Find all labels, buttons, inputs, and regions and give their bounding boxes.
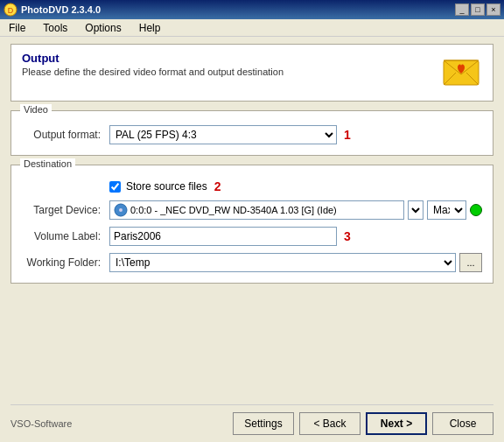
menu-help[interactable]: Help	[134, 20, 166, 36]
format-badge: 1	[344, 128, 351, 142]
close-button[interactable]: Close	[432, 412, 494, 435]
main-content: Output Please define the desired video f…	[0, 37, 504, 442]
video-group: Video Output format: PAL (25 FPS) 4:3 1	[10, 110, 494, 156]
page-subtitle: Please define the desired video format a…	[22, 67, 284, 77]
close-button[interactable]: ×	[486, 4, 500, 16]
header-icon	[440, 52, 482, 94]
video-group-label: Video	[20, 104, 52, 115]
next-button[interactable]: Next >	[366, 412, 427, 435]
destination-group-label: Destination	[20, 158, 75, 169]
device-label: Target Device:	[22, 204, 109, 216]
max-select[interactable]: Max	[427, 200, 466, 220]
format-select[interactable]: PAL (25 FPS) 4:3	[109, 125, 337, 144]
store-files-label: Store source files	[126, 180, 207, 193]
app-icon: D	[4, 3, 18, 17]
settings-button[interactable]: Settings	[233, 412, 294, 435]
format-label: Output format:	[22, 129, 109, 141]
brand-label: VSO-Software	[10, 418, 72, 429]
envelope-icon	[440, 52, 482, 94]
svg-point-7	[119, 208, 122, 212]
device-value: 0:0:0 - _NEC DVD_RW ND-3540A 1.03 [G] (I…	[130, 205, 337, 215]
browse-button[interactable]: ...	[459, 253, 482, 272]
store-badge: 2	[214, 179, 221, 193]
page-title: Output	[22, 52, 284, 65]
working-folder-select[interactable]: I:\Temp	[109, 253, 456, 272]
working-folder-row: Working Folder: I:\Temp ...	[22, 253, 482, 272]
store-files-checkbox[interactable]	[109, 181, 121, 193]
working-folder-label: Working Folder:	[22, 256, 109, 269]
device-controls: 0:0:0 - _NEC DVD_RW ND-3540A 1.03 [G] (I…	[109, 200, 482, 220]
back-button[interactable]: < Back	[299, 412, 360, 435]
footer-buttons: Settings < Back Next > Close	[233, 412, 494, 435]
menu-options[interactable]: Options	[80, 20, 126, 36]
volume-badge: 3	[344, 229, 351, 243]
volume-row: Volume Label: 3	[22, 227, 482, 246]
volume-label: Volume Label:	[22, 230, 109, 242]
header-text: Output Please define the desired video f…	[22, 52, 284, 77]
title-bar: D PhotoDVD 2.3.4.0 _ □ ×	[0, 0, 504, 19]
format-row: Output format: PAL (25 FPS) 4:3 1	[22, 125, 482, 144]
menu-bar: File Tools Options Help	[0, 19, 504, 37]
disk-icon	[114, 203, 128, 217]
minimize-button[interactable]: _	[455, 4, 469, 16]
device-row: Target Device: 0:0:0 - _NEC DVD_RW ND-35…	[22, 200, 482, 220]
svg-text:D: D	[8, 6, 14, 15]
header-section: Output Please define the desired video f…	[10, 44, 494, 102]
volume-input[interactable]	[109, 227, 337, 246]
menu-tools[interactable]: Tools	[38, 20, 73, 36]
device-select-display: 0:0:0 - _NEC DVD_RW ND-3540A 1.03 [G] (I…	[109, 200, 404, 220]
destination-group: Destination Store source files 2 Target …	[10, 165, 494, 284]
device-dropdown-arrow[interactable]	[408, 200, 424, 220]
maximize-button[interactable]: □	[471, 4, 485, 16]
status-indicator	[470, 204, 482, 216]
menu-file[interactable]: File	[4, 20, 31, 36]
window-controls: _ □ ×	[455, 4, 500, 16]
title-text: PhotoDVD 2.3.4.0	[21, 4, 101, 15]
store-files-row: Store source files 2	[109, 179, 482, 193]
footer: VSO-Software Settings < Back Next > Clos…	[10, 404, 494, 435]
working-folder-controls: I:\Temp ...	[109, 253, 482, 272]
